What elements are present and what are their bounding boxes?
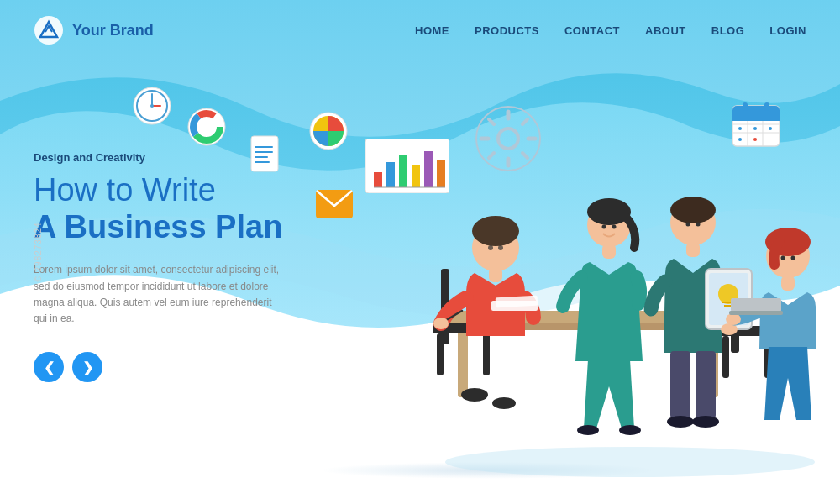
svg-rect-27 [424, 151, 433, 187]
svg-rect-90 [781, 276, 795, 291]
donut-chart-icon [185, 105, 228, 149]
pie-chart-icon [307, 109, 350, 153]
svg-point-14 [198, 118, 215, 135]
svg-rect-26 [412, 165, 420, 187]
brand-name: Your Brand [72, 22, 154, 39]
svg-point-86 [667, 416, 694, 428]
next-button[interactable]: ❯ [72, 352, 102, 382]
svg-point-66 [461, 388, 488, 402]
title-line2: A Business Plan [34, 209, 282, 244]
nav-buttons: ❮ ❯ [34, 352, 319, 382]
svg-point-87 [692, 416, 719, 428]
nav-blog[interactable]: BLOG [711, 24, 745, 37]
svg-point-43 [738, 138, 742, 141]
clock-icon [130, 84, 174, 128]
hero-title: How to Write A Business Plan [34, 172, 319, 245]
nav-login[interactable]: LOGIN [769, 24, 806, 37]
gear-icon [475, 105, 542, 172]
title-line1: How to Write [34, 172, 216, 207]
svg-rect-57 [722, 336, 729, 378]
svg-rect-16 [255, 146, 273, 148]
svg-point-74 [619, 425, 641, 435]
svg-point-31 [498, 129, 518, 149]
svg-rect-85 [696, 351, 716, 418]
svg-rect-53 [437, 333, 444, 375]
calendar-icon [731, 101, 781, 148]
svg-point-40 [738, 127, 742, 130]
svg-rect-84 [670, 351, 690, 418]
svg-point-62 [488, 245, 493, 250]
svg-rect-49 [458, 330, 468, 397]
svg-point-63 [498, 245, 503, 250]
svg-rect-70 [602, 244, 616, 259]
svg-rect-81 [686, 242, 700, 257]
svg-rect-54 [483, 333, 490, 375]
email-icon [315, 189, 354, 219]
svg-point-73 [577, 425, 599, 435]
adobe-watermark: © 298273824 [34, 222, 43, 281]
hero-subtitle: Design and Creativity [34, 151, 319, 164]
svg-rect-24 [386, 162, 395, 187]
svg-point-92 [791, 256, 795, 260]
svg-rect-28 [437, 160, 445, 187]
main-nav: HOME PRODUCTS CONTACT ABOUT BLOG LOGIN [415, 24, 806, 37]
svg-point-42 [769, 127, 772, 130]
nav-about[interactable]: ABOUT [645, 24, 686, 37]
nav-home[interactable]: HOME [415, 24, 449, 37]
svg-point-41 [753, 127, 757, 130]
svg-point-65 [433, 318, 449, 329]
svg-rect-35 [732, 116, 780, 121]
header: Your Brand HOME PRODUCTS CONTACT ABOUT B… [0, 0, 840, 60]
brand-logo-icon [34, 15, 64, 45]
hero-content: Design and Creativity How to Write A Bus… [34, 151, 319, 382]
svg-point-91 [781, 256, 785, 260]
brand: Your Brand [34, 15, 154, 45]
svg-rect-95 [729, 311, 783, 315]
svg-point-96 [445, 447, 815, 477]
svg-rect-23 [374, 172, 382, 187]
svg-rect-94 [731, 298, 781, 312]
svg-point-44 [753, 138, 757, 141]
svg-point-67 [492, 397, 516, 409]
svg-rect-45 [743, 102, 748, 111]
nav-products[interactable]: PRODUCTS [475, 24, 539, 37]
svg-rect-61 [489, 267, 502, 282]
nav-contact[interactable]: CONTACT [564, 24, 620, 37]
svg-rect-46 [764, 102, 769, 111]
bar-chart-icon [365, 139, 449, 193]
hero-description: Lorem ipsum dolor sit amet, consectetur … [34, 262, 286, 327]
svg-point-93 [726, 313, 741, 325]
svg-rect-25 [399, 155, 407, 187]
svg-point-9 [150, 104, 154, 108]
prev-button[interactable]: ❮ [34, 352, 64, 382]
